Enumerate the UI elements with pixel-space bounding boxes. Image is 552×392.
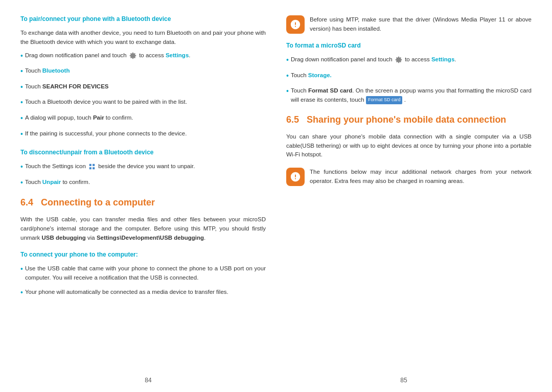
bullet-text: If the pairing is successful, your phone… bbox=[25, 129, 187, 139]
storage-label: Storage. bbox=[308, 72, 332, 78]
disconnect-bullet-2: • Touch Unpair to confirm. bbox=[20, 178, 266, 188]
disconnect-heading: To disconnect/unpair from a Bluetooth de… bbox=[20, 149, 266, 156]
network-warning-icon bbox=[286, 168, 305, 186]
bluetooth-label: Bluetooth bbox=[42, 67, 70, 74]
bullet-text: A dialog will popup, touch Pair to confi… bbox=[25, 113, 133, 123]
bullet-dot: • bbox=[20, 66, 23, 77]
bluetooth-bullet-5: • A dialog will popup, touch Pair to con… bbox=[20, 113, 266, 124]
bullet-dot: • bbox=[286, 71, 289, 81]
connect-bullet-2: • Your phone will automatically be conne… bbox=[20, 288, 266, 298]
bullet-text: Touch Storage. bbox=[291, 71, 332, 80]
bullet-dot: • bbox=[20, 288, 23, 298]
mtp-warning-box: Before using MTP, make sure that the dri… bbox=[286, 15, 532, 34]
settings-label-2: Settings bbox=[431, 56, 454, 62]
settings-label: Settings bbox=[166, 52, 189, 58]
unpair-label: Unpair bbox=[42, 179, 61, 185]
chapter-title: Connecting to a computer bbox=[41, 197, 155, 207]
bullet-dot: • bbox=[20, 51, 23, 61]
bullet-text: Drag down notification panel and touch t… bbox=[25, 51, 191, 60]
settings-gear-icon bbox=[129, 51, 136, 60]
bluetooth-intro-text: To exchange data with another device, yo… bbox=[20, 29, 266, 47]
format-bullet-2: • Touch Storage. bbox=[286, 71, 532, 81]
grid-settings-icon bbox=[88, 162, 96, 171]
network-warning-box: The functions below may incur additional… bbox=[286, 168, 532, 186]
settings-dev-label: Settings\ bbox=[97, 235, 122, 241]
bullet-text: Your phone will automatically be connect… bbox=[25, 288, 228, 297]
bluetooth-bullet-4: • Touch a Bluetooth device you want to b… bbox=[20, 98, 266, 108]
connect-bullet-1: • Use the USB cable that came with your … bbox=[20, 264, 266, 283]
disconnect-bullet-1: • Touch the Settings icon beside the dev… bbox=[20, 162, 266, 172]
svg-rect-2 bbox=[93, 164, 95, 166]
chapter-64-heading: 6.4 Connecting to a computer bbox=[20, 197, 266, 208]
right-page-number: 85 bbox=[276, 377, 532, 384]
search-devices-label: SEARCH FOR DEVICES bbox=[42, 83, 109, 89]
chapter-num: 6.4 bbox=[20, 197, 33, 207]
settings-gear-icon-2 bbox=[395, 55, 402, 64]
bluetooth-bullet-1: • Drag down notification panel and touch… bbox=[20, 51, 266, 61]
bluetooth-bullet-2: • Touch Bluetooth bbox=[20, 66, 266, 77]
format-bullet-1: • Drag down notification panel and touch… bbox=[286, 55, 532, 65]
left-page-number: 84 bbox=[20, 377, 276, 384]
bullet-dot: • bbox=[20, 162, 23, 172]
bullet-dot: • bbox=[20, 98, 23, 108]
right-column: Before using MTP, make sure that the dri… bbox=[286, 15, 532, 362]
bullet-text: Touch Bluetooth bbox=[25, 66, 70, 76]
svg-rect-3 bbox=[89, 167, 91, 169]
svg-rect-1 bbox=[89, 164, 91, 166]
mtp-warning-text: Before using MTP, make sure that the dri… bbox=[310, 15, 532, 34]
chapter-65-body: You can share your phone's mobile data c… bbox=[286, 132, 532, 159]
warning-symbol-icon bbox=[290, 19, 301, 30]
bullet-text: Drag down notification panel and touch t… bbox=[291, 55, 456, 64]
format-microsd-heading: To format a microSD card bbox=[286, 42, 532, 49]
chapter-65-title: Sharing your phone's mobile data connect… bbox=[307, 114, 506, 125]
bluetooth-bullet-3: • Touch SEARCH FOR DEVICES bbox=[20, 82, 266, 93]
left-column: To pair/connect your phone with a Blueto… bbox=[20, 15, 266, 362]
bullet-dot: • bbox=[286, 86, 289, 97]
bullet-text: Touch a Bluetooth device you want to be … bbox=[25, 98, 187, 107]
bluetooth-pair-heading: To pair/connect your phone with a Blueto… bbox=[20, 15, 266, 22]
bullet-text: Touch Unpair to confirm. bbox=[25, 178, 90, 187]
bullet-text: Touch the Settings icon beside the devic… bbox=[25, 162, 195, 171]
chapter-65-num: 6.5 bbox=[286, 114, 299, 125]
bullet-dot: • bbox=[20, 82, 23, 93]
format-sd-button[interactable]: Format SD card bbox=[366, 96, 403, 104]
bullet-dot: • bbox=[20, 178, 23, 188]
bullet-dot: • bbox=[20, 129, 23, 140]
bullet-dot: • bbox=[20, 113, 23, 124]
warning-symbol-icon-2 bbox=[290, 171, 301, 182]
connect-computer-heading: To connect your phone to the computer: bbox=[20, 251, 266, 258]
svg-rect-4 bbox=[93, 167, 95, 169]
bullet-dot: • bbox=[286, 55, 289, 65]
format-sd-label: Format SD card bbox=[308, 87, 352, 94]
chapter-64-body: With the USB cable, you can transfer med… bbox=[20, 215, 266, 242]
development-label: Development\USB debugging bbox=[121, 235, 204, 241]
bullet-dot: • bbox=[20, 264, 23, 274]
format-bullet-3: • Touch Format SD card. On the screen a … bbox=[286, 86, 532, 105]
network-warning-text: The functions below may incur additional… bbox=[310, 168, 532, 186]
bullet-text: Use the USB cable that came with your ph… bbox=[25, 264, 266, 283]
chapter-65-heading: 6.5 Sharing your phone's mobile data con… bbox=[286, 114, 532, 125]
bluetooth-bullet-6: • If the pairing is successful, your pho… bbox=[20, 129, 266, 140]
mtp-warning-icon bbox=[286, 15, 305, 34]
pair-label: Pair bbox=[93, 114, 104, 121]
bullet-text: Touch Format SD card. On the screen a po… bbox=[291, 86, 532, 105]
bullet-text: Touch SEARCH FOR DEVICES bbox=[25, 82, 109, 91]
usb-debugging-label: USB debugging bbox=[42, 235, 86, 241]
page-footer: 84 85 bbox=[0, 373, 552, 392]
